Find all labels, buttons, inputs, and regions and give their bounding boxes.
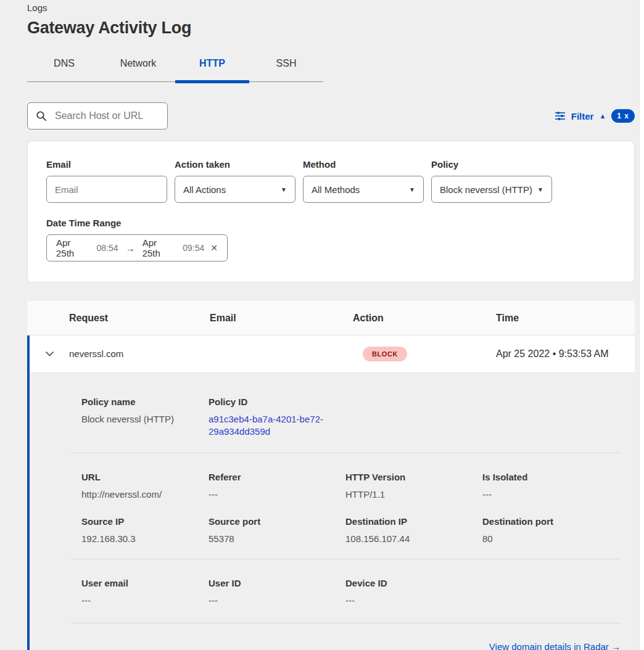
request-column-header: Request	[69, 313, 210, 324]
action-column-header: Action	[353, 313, 496, 324]
filter-field-date-time-range: Date Time Range Apr 25th 08:54 → Apr 25t…	[46, 218, 616, 261]
referer-field: Referer ---	[208, 472, 345, 501]
filter-panel: Email Action taken All Actions ▼ Method …	[27, 141, 635, 282]
user-id-value: ---	[208, 594, 333, 607]
radar-link-row: View domain details in Radar →	[81, 641, 621, 650]
url-value: http://neverssl.com/	[81, 488, 196, 501]
user-email-label: User email	[81, 578, 196, 588]
filter-toggle[interactable]: Filter ▲ 1 x	[555, 109, 635, 123]
policy-id-link[interactable]: a91c3eb4-ba7a-4201-be72-29a934dd359d	[208, 413, 333, 438]
destination-port-field: Destination port 80	[482, 516, 621, 545]
caret-down-icon: ▼	[409, 186, 415, 193]
is-isolated-field: Is Isolated ---	[482, 472, 621, 501]
url-field: URL http://neverssl.com/	[81, 472, 208, 501]
policy-name-value: Block neverssl (HTTP)	[81, 413, 196, 426]
device-id-label: Device ID	[345, 578, 470, 588]
log-type-tabs: DNS Network HTTP SSH	[27, 54, 323, 82]
tab-dns[interactable]: DNS	[27, 54, 101, 81]
user-id-label: User ID	[208, 578, 333, 588]
search-input[interactable]	[54, 110, 159, 122]
scrollbar-track[interactable]	[639, 0, 644, 650]
filter-field-method: Method All Methods ▼	[303, 159, 424, 203]
method-selected-value: All Methods	[312, 184, 360, 195]
section-divider	[72, 623, 621, 623]
range-end-time[interactable]: 09:54	[183, 243, 204, 253]
tab-network[interactable]: Network	[101, 54, 175, 81]
caret-down-icon: ▼	[537, 186, 543, 193]
range-start-time[interactable]: 08:54	[97, 243, 118, 253]
destination-ip-field: Destination IP 108.156.107.44	[345, 516, 482, 545]
user-id-field: User ID ---	[208, 578, 345, 607]
method-filter-label: Method	[303, 159, 424, 170]
http-version-field: HTTP Version HTTP/1.1	[345, 472, 482, 501]
email-filter-label: Email	[46, 159, 167, 170]
chevron-down-icon	[45, 351, 54, 356]
tab-http[interactable]: HTTP	[175, 54, 249, 81]
destination-ip-value: 108.156.107.44	[345, 533, 470, 545]
activity-log-table: Request Email Action Time neverssl.com B…	[27, 301, 635, 650]
source-ip-label: Source IP	[81, 516, 196, 527]
source-port-label: Source port	[208, 516, 333, 527]
source-ip-field: Source IP 192.168.30.3	[81, 516, 208, 545]
date-time-range-label: Date Time Range	[46, 218, 616, 228]
url-label: URL	[81, 472, 196, 482]
email-column-header: Email	[210, 313, 353, 324]
policy-section: Policy name Block neverssl (HTTP) Policy…	[81, 372, 621, 453]
policy-filter-label: Policy	[431, 159, 552, 170]
range-end-date[interactable]: Apr 25th	[142, 237, 177, 258]
source-port-field: Source port 55378	[208, 516, 345, 545]
policy-name-field: Policy name Block neverssl (HTTP)	[81, 397, 208, 438]
caret-down-icon: ▼	[281, 186, 287, 193]
table-header: Request Email Action Time	[27, 301, 635, 335]
date-range-picker[interactable]: Apr 25th 08:54 → Apr 25th 09:54 ✕	[46, 234, 228, 261]
row-request-host[interactable]: neverssl.com	[69, 348, 210, 359]
filter-count-badge[interactable]: 1 x	[611, 109, 635, 123]
time-column-header: Time	[496, 313, 635, 324]
referer-value: ---	[208, 488, 333, 501]
block-status-badge: BLOCK	[363, 347, 407, 361]
row-action-cell: BLOCK	[353, 347, 496, 361]
breadcrumb[interactable]: Logs	[27, 0, 635, 13]
view-domain-in-radar-link[interactable]: View domain details in Radar →	[489, 641, 621, 650]
filter-sliders-icon	[555, 110, 566, 121]
device-id-field: Device ID ---	[345, 578, 482, 607]
method-select[interactable]: All Methods ▼	[303, 176, 424, 203]
destination-port-value: 80	[482, 533, 608, 545]
source-ip-value: 192.168.30.3	[81, 533, 196, 545]
toolbar: Filter ▲ 1 x	[27, 102, 635, 130]
arrow-right-icon: →	[125, 243, 136, 253]
email-filter-input[interactable]	[46, 176, 167, 203]
tab-ssh[interactable]: SSH	[249, 54, 323, 81]
expanded-row-details: Policy name Block neverssl (HTTP) Policy…	[27, 372, 635, 650]
is-isolated-value: ---	[482, 488, 608, 501]
user-email-value: ---	[81, 594, 196, 607]
http-version-value: HTTP/1.1	[345, 488, 470, 501]
search-icon	[36, 110, 47, 121]
page-title: Gateway Activity Log	[27, 19, 635, 38]
range-start-date[interactable]: Apr 25th	[56, 237, 91, 258]
source-port-value: 55378	[208, 533, 333, 545]
filter-field-email: Email	[46, 159, 167, 203]
row-time: Apr 25 2022 • 9:53:53 AM	[496, 348, 635, 360]
policy-id-label: Policy ID	[208, 397, 333, 407]
action-taken-select[interactable]: All Actions ▼	[175, 176, 295, 203]
destination-port-label: Destination port	[482, 516, 608, 527]
destination-ip-label: Destination IP	[345, 516, 470, 527]
action-taken-selected-value: All Actions	[183, 184, 226, 195]
search-box[interactable]	[27, 102, 168, 130]
device-id-value: ---	[345, 594, 470, 607]
filter-field-policy: Policy Block neverssl (HTTP) ▼	[431, 159, 552, 203]
user-email-field: User email ---	[81, 578, 208, 607]
row-expand-toggle[interactable]	[30, 351, 69, 356]
policy-select[interactable]: Block neverssl (HTTP) ▼	[431, 176, 552, 203]
clear-date-range-icon[interactable]: ✕	[210, 243, 218, 253]
filter-field-action-taken: Action taken All Actions ▼	[175, 159, 295, 203]
caret-up-icon: ▲	[599, 112, 606, 120]
is-isolated-label: Is Isolated	[482, 472, 608, 482]
policy-id-field: Policy ID a91c3eb4-ba7a-4201-be72-29a934…	[208, 397, 345, 438]
http-section: URL http://neverssl.com/ Referer --- HTT…	[81, 453, 621, 560]
filter-label: Filter	[571, 111, 594, 121]
action-taken-filter-label: Action taken	[175, 159, 295, 170]
table-row[interactable]: neverssl.com BLOCK Apr 25 2022 • 9:53:53…	[27, 335, 635, 372]
http-version-label: HTTP Version	[345, 472, 470, 482]
